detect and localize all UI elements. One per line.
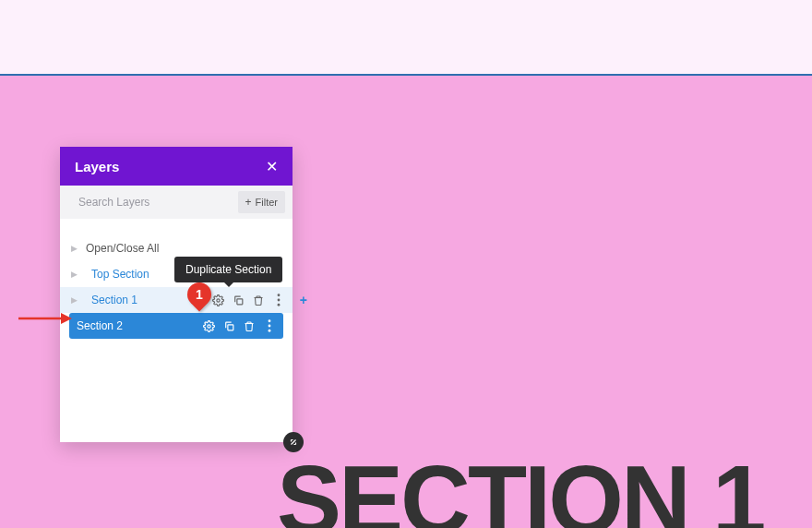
gear-icon[interactable] xyxy=(211,294,224,306)
gear-icon[interactable] xyxy=(202,319,215,332)
layer-row-actions xyxy=(202,319,276,332)
resize-diagonal-icon xyxy=(288,437,299,448)
svg-rect-6 xyxy=(227,324,233,330)
svg-point-9 xyxy=(269,330,271,332)
section-1-heading: SECTION 1 xyxy=(277,445,763,528)
svg-point-8 xyxy=(269,325,271,328)
more-vertical-icon[interactable] xyxy=(272,294,285,306)
svg-point-3 xyxy=(278,299,281,302)
layers-panel-title: Layers xyxy=(75,159,119,174)
chevron-right-icon: ▶ xyxy=(71,270,80,279)
panel-resize-handle[interactable] xyxy=(283,432,304,452)
more-vertical-icon[interactable] xyxy=(263,319,276,332)
svg-point-7 xyxy=(269,319,271,322)
trash-icon[interactable] xyxy=(243,319,256,332)
layers-panel: Layers ✕ + Filter ▶ Open/Close All ▶ Top… xyxy=(60,147,293,442)
svg-point-2 xyxy=(278,294,281,296)
trash-icon[interactable] xyxy=(252,294,265,306)
layers-tree: ▶ Open/Close All ▶ Top Section ▶ Section… xyxy=(60,219,293,442)
open-close-all-label: Open/Close All xyxy=(86,242,285,255)
duplicate-icon[interactable] xyxy=(222,319,235,332)
layer-item-top-section[interactable]: ▶ Top Section xyxy=(60,261,293,287)
callout-marker-number: 1 xyxy=(196,287,203,302)
chevron-right-icon: ▶ xyxy=(71,295,80,305)
layer-item-label: Section 2 xyxy=(77,319,202,332)
layer-item-label: Top Section xyxy=(91,268,285,281)
layer-row-actions xyxy=(211,294,285,306)
svg-marker-11 xyxy=(61,313,72,324)
builder-canvas: SECTION 1 Layers ✕ + Filter ▶ Open/Close… xyxy=(0,0,812,528)
layers-panel-header[interactable]: Layers ✕ xyxy=(60,147,293,186)
svg-point-5 xyxy=(207,324,209,327)
canvas-top-region xyxy=(0,0,812,76)
chevron-right-icon: ▶ xyxy=(71,244,80,253)
search-input[interactable] xyxy=(78,196,238,209)
svg-point-0 xyxy=(216,298,219,301)
callout-arrow-icon xyxy=(18,312,72,325)
filter-button[interactable]: + Filter xyxy=(238,191,285,213)
add-section-button[interactable]: + xyxy=(300,293,307,307)
plus-icon: + xyxy=(245,196,252,209)
close-icon[interactable]: ✕ xyxy=(266,158,278,175)
layers-search-row: + Filter xyxy=(60,186,293,219)
open-close-all-row[interactable]: ▶ Open/Close All xyxy=(60,235,293,261)
layer-item-section-2[interactable]: Section 2 xyxy=(69,313,283,339)
filter-button-label: Filter xyxy=(256,197,278,208)
svg-point-4 xyxy=(278,304,281,306)
duplicate-icon[interactable] xyxy=(232,294,245,306)
layer-item-section-1[interactable]: ▶ Section 1 + xyxy=(60,287,293,313)
svg-rect-1 xyxy=(236,298,242,304)
